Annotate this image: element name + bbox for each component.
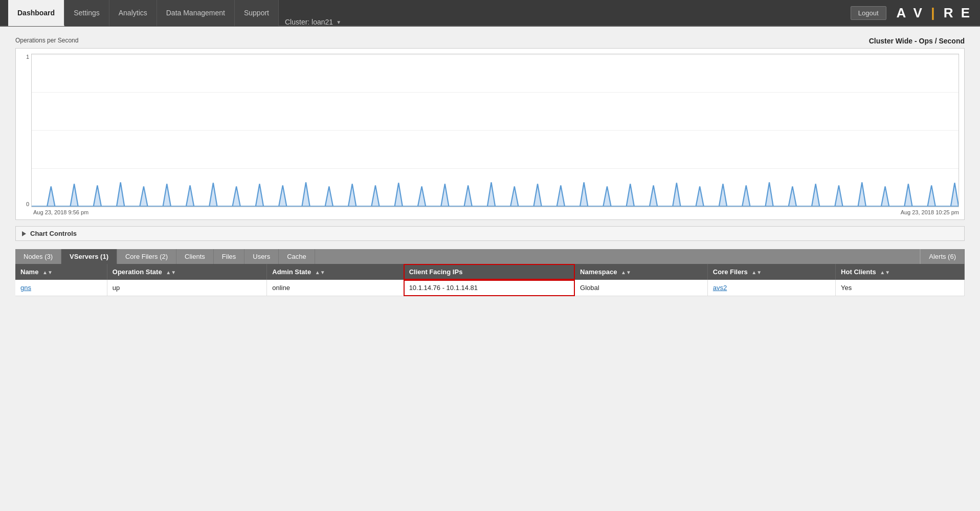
- chart-controls-arrow-icon: [22, 231, 26, 236]
- header-right: Logout A V | R E: [851, 5, 972, 21]
- cell-name: gns: [15, 280, 107, 296]
- ops-label: Operations per Second: [15, 37, 78, 44]
- tab-cache[interactable]: Cache: [279, 249, 315, 264]
- data-table: Name ▲▼ Operation State ▲▼ Admin State ▲…: [15, 264, 965, 296]
- table-section: Name ▲▼ Operation State ▲▼ Admin State ▲…: [15, 264, 965, 296]
- main-content: Operations per Second Cluster Wide - Ops…: [0, 27, 980, 306]
- chart-section: 1 0 Aug 23, 2018 9:56 pm Aug 23,: [15, 48, 965, 220]
- tab-nodes[interactable]: Nodes (3): [15, 249, 61, 264]
- x-axis-labels: Aug 23, 2018 9:56 pm Aug 23, 2018 10:25 …: [21, 209, 959, 215]
- col-name[interactable]: Name ▲▼: [15, 264, 107, 280]
- tab-settings[interactable]: Settings: [64, 0, 109, 26]
- cell-operation-state: up: [107, 280, 266, 296]
- chart-controls-bar[interactable]: Chart Controls: [15, 226, 965, 241]
- x-start-label: Aug 23, 2018 9:56 pm: [33, 209, 88, 215]
- tab-alerts[interactable]: Alerts (6): [921, 249, 965, 264]
- cluster-dropdown-arrow: ▼: [336, 19, 341, 25]
- sort-arrows-core-filers: ▲▼: [751, 270, 762, 275]
- table-row: gns up online 10.1.14.76 - 10.1.14.81 Gl…: [15, 280, 965, 296]
- col-hot-clients[interactable]: Hot Clients ▲▼: [836, 264, 965, 280]
- nav-tabs: Dashboard Settings Analytics Data Manage…: [8, 0, 347, 26]
- cell-admin-state: online: [267, 280, 404, 296]
- tab-files[interactable]: Files: [214, 249, 244, 264]
- sort-arrows-name: ▲▼: [42, 270, 53, 275]
- cell-hot-clients: Yes: [836, 280, 965, 296]
- sort-arrows-op-state: ▲▼: [166, 270, 176, 275]
- cell-namespace: Global: [575, 280, 708, 296]
- y-min: 0: [26, 201, 29, 207]
- cell-client-facing-ips: 10.1.14.76 - 10.1.14.81: [404, 280, 574, 296]
- tab-group-right: Alerts (6): [920, 249, 965, 264]
- col-operation-state[interactable]: Operation State ▲▼: [107, 264, 266, 280]
- cluster-wide-label: Cluster Wide - Ops / Second: [869, 37, 965, 45]
- sort-arrows-admin-state: ▲▼: [315, 270, 325, 275]
- x-end-label: Aug 23, 2018 10:25 pm: [901, 209, 959, 215]
- sort-arrows-namespace: ▲▼: [621, 270, 631, 275]
- header: Dashboard Settings Analytics Data Manage…: [0, 0, 980, 27]
- avere-logo: A V | R E: [897, 5, 972, 21]
- tab-users[interactable]: Users: [244, 249, 279, 264]
- name-link[interactable]: gns: [20, 284, 31, 292]
- y-max: 1: [26, 54, 29, 60]
- cell-core-filers: avs2: [707, 280, 835, 296]
- tab-support[interactable]: Support: [235, 0, 279, 26]
- tab-analytics[interactable]: Analytics: [109, 0, 157, 26]
- cluster-label: Cluster: loan21: [285, 18, 333, 26]
- sort-arrows-hot-clients: ▲▼: [880, 270, 890, 275]
- table-header-row: Name ▲▼ Operation State ▲▼ Admin State ▲…: [15, 264, 965, 280]
- chart-controls-label: Chart Controls: [30, 230, 77, 237]
- logout-button[interactable]: Logout: [851, 6, 886, 20]
- col-namespace[interactable]: Namespace ▲▼: [575, 264, 708, 280]
- chart-svg: [32, 54, 959, 207]
- core-filers-link[interactable]: avs2: [713, 284, 727, 292]
- tab-vservers[interactable]: VServers (1): [61, 249, 117, 264]
- cluster-selector[interactable]: Cluster: loan21 ▼: [279, 18, 347, 26]
- y-axis: 1 0: [21, 54, 31, 207]
- col-core-filers[interactable]: Core Filers ▲▼: [707, 264, 835, 280]
- col-admin-state[interactable]: Admin State ▲▼: [267, 264, 404, 280]
- tab-spacer: [315, 249, 920, 264]
- tab-core-filers[interactable]: Core Filers (2): [117, 249, 176, 264]
- table-tab-bar: Nodes (3) VServers (1) Core Filers (2) C…: [15, 249, 965, 264]
- tab-data-management[interactable]: Data Management: [157, 0, 235, 26]
- chart-canvas: [31, 54, 959, 207]
- tab-clients[interactable]: Clients: [176, 249, 214, 264]
- col-client-facing-ips[interactable]: Client Facing IPs: [404, 264, 574, 280]
- tab-dashboard[interactable]: Dashboard: [8, 0, 64, 26]
